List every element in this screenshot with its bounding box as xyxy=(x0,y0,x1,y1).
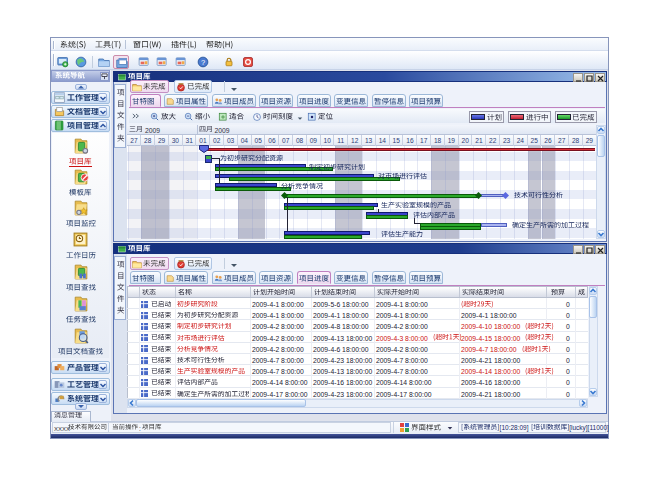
svg-text:?: ? xyxy=(201,57,205,66)
